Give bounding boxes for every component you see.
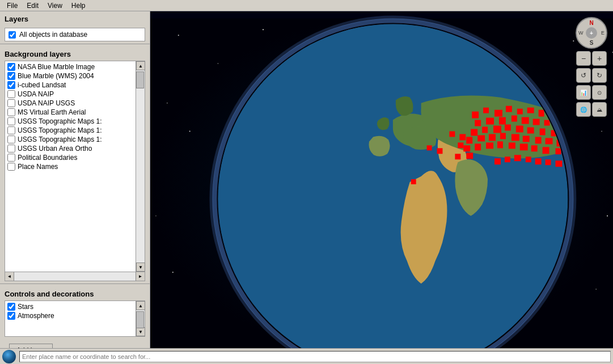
svg-rect-94 — [427, 145, 432, 150]
bg-layer-checkbox[interactable] — [7, 63, 15, 71]
svg-rect-87 — [526, 156, 531, 162]
svg-point-14 — [607, 215, 608, 217]
main-layout: Layers All objects in database Backgroun… — [0, 11, 613, 364]
left-panel: Layers All objects in database Backgroun… — [0, 11, 150, 364]
scroll-track[interactable] — [136, 70, 145, 263]
bg-layers-list[interactable]: NASA Blue Marble ImageBlue Marble (WMS) … — [5, 61, 136, 272]
horiz-track[interactable] — [14, 272, 136, 281]
all-objects-checkbox[interactable] — [9, 31, 16, 39]
tilt-view-button[interactable]: 📊 — [576, 85, 591, 100]
menubar: File Edit View Help — [0, 0, 613, 11]
svg-rect-46 — [527, 128, 534, 134]
svg-rect-43 — [493, 126, 501, 133]
bg-layer-checkbox[interactable] — [7, 108, 15, 116]
bg-layer-checkbox[interactable] — [7, 145, 15, 153]
menu-view[interactable]: View — [43, 1, 67, 11]
bg-layers-list-wrapper: NASA Blue Marble ImageBlue Marble (WMS) … — [5, 61, 145, 272]
svg-rect-34 — [522, 117, 529, 124]
svg-rect-21 — [506, 106, 512, 112]
rotate-ccw-button[interactable]: ↺ — [576, 68, 591, 83]
bg-layer-checkbox[interactable] — [7, 117, 15, 125]
menu-file[interactable]: File — [2, 1, 22, 11]
scroll-up-arrow[interactable]: ▲ — [136, 61, 145, 70]
svg-rect-56 — [500, 133, 506, 139]
svg-rect-89 — [546, 159, 551, 165]
bg-layer-checkbox[interactable] — [7, 136, 15, 143]
rotate-controls: ↺ ↻ — [576, 68, 607, 83]
control-label: Atmosphere — [18, 312, 54, 320]
bottom-search-bar — [0, 348, 613, 364]
svg-rect-33 — [511, 116, 517, 122]
bg-layer-checkbox[interactable] — [7, 90, 15, 98]
bg-layer-checkbox[interactable] — [7, 81, 15, 89]
flat-view-button[interactable]: ⊙ — [592, 85, 607, 100]
svg-rect-95 — [437, 148, 443, 154]
svg-rect-53 — [466, 137, 472, 143]
menu-help[interactable]: Help — [67, 1, 90, 11]
control-checkbox[interactable] — [7, 312, 15, 320]
3d-button[interactable]: ⛰ — [592, 102, 607, 117]
svg-point-2 — [178, 35, 179, 36]
controls-scroll-thumb[interactable] — [136, 311, 144, 328]
bg-layer-label: USDA NAIP — [18, 90, 54, 98]
horiz-scrollbar[interactable]: ◄ ► — [5, 272, 145, 281]
bg-layer-item: MS Virtual Earth Aerial — [6, 108, 134, 117]
bg-layers-scrollbar[interactable]: ▲ ▼ — [136, 61, 145, 272]
svg-rect-78 — [466, 153, 473, 159]
zoom-out-button[interactable]: − — [576, 51, 591, 66]
svg-rect-42 — [482, 127, 488, 133]
scroll-thumb[interactable] — [136, 71, 144, 88]
svg-rect-58 — [523, 136, 530, 142]
svg-rect-47 — [540, 129, 546, 136]
svg-rect-60 — [546, 138, 553, 144]
svg-point-11 — [155, 215, 156, 216]
controls-scrollbar[interactable]: ▲ ▼ — [136, 301, 145, 336]
bg-layer-checkbox[interactable] — [7, 163, 15, 171]
scroll-down-arrow[interactable]: ▼ — [136, 263, 145, 272]
bg-layer-checkbox[interactable] — [7, 99, 15, 107]
bg-layer-checkbox[interactable] — [7, 126, 15, 134]
controls-scroll-up[interactable]: ▲ — [136, 301, 145, 310]
control-checkbox[interactable] — [7, 303, 15, 311]
compass-center[interactable]: + — [586, 27, 597, 39]
svg-rect-90 — [555, 160, 562, 167]
bg-layer-item: USGS Topographic Maps 1: — [6, 126, 134, 135]
svg-rect-36 — [544, 120, 550, 126]
svg-rect-19 — [483, 108, 489, 113]
compass-east: E — [601, 30, 604, 36]
layers-section: Layers All objects in database — [0, 11, 150, 46]
svg-point-12 — [172, 272, 174, 273]
rotate-cw-button[interactable]: ↻ — [592, 68, 607, 83]
zoom-in-button[interactable]: + — [592, 51, 607, 66]
overview-button[interactable]: 🌐 — [576, 102, 591, 117]
compass-control[interactable]: N S E W + — [576, 17, 607, 49]
svg-rect-93 — [411, 179, 416, 184]
svg-rect-20 — [494, 110, 502, 117]
svg-rect-82 — [459, 134, 466, 140]
bg-layers-title: Background layers — [0, 46, 150, 61]
bg-layer-label: MS Virtual Earth Aerial — [18, 108, 86, 116]
bg-layer-label: Political Boundaries — [18, 154, 77, 162]
search-input[interactable] — [19, 351, 611, 362]
controls-scroll-down[interactable]: ▼ — [136, 327, 145, 336]
bg-layer-item: USGS Urban Area Ortho — [6, 144, 134, 153]
bg-layer-label: Blue Marble (WMS) 2004 — [18, 72, 94, 80]
bg-layer-label: USDA NAIP USGS — [18, 99, 75, 107]
layers-title: Layers — [0, 11, 150, 26]
svg-rect-24 — [539, 110, 544, 117]
bg-layer-checkbox[interactable] — [7, 154, 15, 162]
svg-rect-30 — [475, 120, 481, 126]
bg-layer-label: Place Names — [18, 163, 58, 171]
map-area[interactable]: N S E W + − + ↺ ↻ 📊 ⊙ � — [150, 11, 613, 364]
view-controls-1: 📊 ⊙ — [576, 85, 607, 100]
horiz-left-arrow[interactable]: ◄ — [5, 272, 14, 281]
control-item: Atmosphere — [6, 311, 134, 320]
svg-point-10 — [189, 130, 191, 132]
svg-point-13 — [601, 131, 602, 132]
bg-layer-checkbox[interactable] — [7, 72, 15, 80]
controls-scroll-track[interactable] — [136, 310, 145, 327]
svg-rect-68 — [497, 141, 503, 148]
bg-layer-item: USGS Topographic Maps 1: — [6, 135, 134, 144]
menu-edit[interactable]: Edit — [22, 1, 43, 11]
horiz-right-arrow[interactable]: ► — [136, 272, 145, 281]
